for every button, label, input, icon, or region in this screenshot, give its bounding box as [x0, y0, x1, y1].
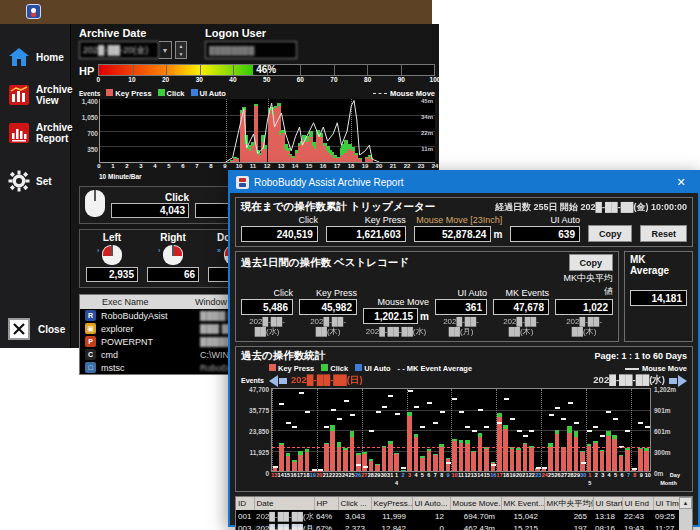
col-header[interactable]: KeyPress...	[371, 497, 412, 510]
prev-page-arrow[interactable]	[269, 375, 287, 387]
mouse-move-marker	[350, 414, 355, 416]
close-app-button[interactable]: Close	[8, 318, 65, 340]
day-tick: 19	[509, 472, 515, 478]
daily-bar-day-4	[414, 389, 419, 471]
mouse-move-marker	[574, 422, 579, 424]
daily-bar-day-30	[382, 389, 387, 471]
mouse-move-marker	[446, 462, 451, 464]
table-cell: 15,042	[501, 510, 544, 522]
mouse-move-marker	[363, 466, 368, 468]
sidebar-item-set[interactable]: Set	[0, 162, 70, 200]
col-header[interactable]: Mouse Move...	[450, 497, 501, 510]
mouse-move-marker	[600, 435, 605, 437]
daily-stats-plot-area	[271, 388, 651, 472]
best-record-section: 過去1日間の操作数 ベストレコード Copy Click5,486202█-██…	[235, 251, 619, 342]
mouse-move-marker	[305, 411, 310, 413]
col-header[interactable]: Click ...	[338, 497, 371, 510]
stat-value: 1,022	[555, 299, 613, 315]
mouse-move-marker	[369, 430, 374, 432]
table-cell: 0	[412, 522, 450, 530]
mouse-button-stat-left: Left›2,935	[86, 232, 138, 282]
trip-meter-title: 現在までの操作数累計 トリップメーター	[241, 200, 435, 214]
col-header[interactable]: UI End	[622, 497, 653, 510]
back-window-titlebar[interactable]	[0, 0, 432, 24]
day-tick: 3	[601, 472, 604, 478]
day-tick: 22	[529, 472, 535, 478]
mouse-move-marker	[414, 406, 419, 408]
day-tick: 26	[555, 472, 561, 478]
day-tick: 14	[477, 472, 483, 478]
stat-click: Click240,519	[241, 215, 318, 242]
sidebar-item-archive-view[interactable]: Archive View	[0, 76, 70, 114]
col-header[interactable]: UI Auto...	[412, 497, 450, 510]
daily-bar-day-21	[324, 389, 329, 471]
stat-click: Click5,486202█-██-██(水)	[241, 288, 293, 337]
sidebar-label-archive-view: Archive View	[36, 84, 73, 106]
table-scrollbar[interactable]: ▲ ▼	[679, 497, 692, 530]
sidebar-item-home[interactable]: Home	[0, 38, 70, 76]
trip-copy-button[interactable]: Copy	[588, 225, 633, 242]
col-header[interactable]: Date	[254, 497, 314, 510]
report-titlebar[interactable]: RoboBuddy Assist Archive Report ✕	[230, 172, 698, 193]
day-tick: 22	[329, 472, 335, 478]
day-tick: 20	[316, 472, 322, 478]
table-cell: 3,043	[338, 510, 371, 522]
sidebar-item-archive-report[interactable]: Archive Report	[0, 114, 70, 152]
mouse-move-marker	[408, 390, 413, 392]
table-row[interactable]: 001202█-██-██(水)64%3,04311,99912694.70m1…	[236, 510, 679, 522]
exec-name: mstsc	[101, 363, 200, 373]
col-header[interactable]: UI Start	[593, 497, 622, 510]
stat-key-press: Key Press45,982202█-██-██(木)	[299, 288, 357, 337]
logon-user-label: Logon User	[205, 27, 297, 39]
table-cell: 64%	[314, 510, 338, 522]
daily-bar-day-10	[644, 389, 649, 471]
month-tick: 4	[395, 480, 398, 486]
col-header[interactable]: ID	[236, 497, 254, 510]
stat-value: 1,621,603	[326, 226, 406, 242]
scroll-up-icon[interactable]: ▲	[679, 497, 692, 509]
mouse-move-marker	[356, 464, 361, 466]
table-row[interactable]: 003202█-██-██(月)67%2,37312,8420462.43m15…	[236, 522, 679, 530]
mouse-move-marker	[388, 395, 393, 397]
chevron-down-icon[interactable]: ▼	[159, 41, 172, 59]
archive-date-select[interactable]: 202█-██-20(金)	[79, 41, 159, 59]
mouse-move-marker	[452, 398, 457, 400]
col-header[interactable]: MK Event...	[501, 497, 544, 510]
daily-bar-day-23	[535, 389, 540, 471]
archive-date-stepper[interactable]: ▲▼	[175, 41, 187, 59]
daily-bar-day-28	[567, 389, 572, 471]
day-tick: 6	[620, 472, 623, 478]
hp-gauge: HP 46% 0102030405060708090100	[79, 64, 435, 85]
mouse-move-marker	[318, 469, 323, 471]
stat-value: 639	[510, 226, 580, 242]
daily-bar-day-3	[407, 389, 412, 471]
col-header[interactable]: MK中央平均値	[544, 497, 593, 510]
daily-bar-day-31	[388, 389, 393, 471]
day-tick: 5	[421, 472, 424, 478]
mouse-move-marker	[504, 398, 509, 400]
day-tick: 8	[633, 472, 636, 478]
daily-bar-day-27	[362, 389, 367, 471]
day-tick: 30	[580, 472, 586, 478]
mouse-move-marker	[292, 426, 297, 428]
mouse-move-marker	[568, 402, 573, 404]
mouse-move-marker	[638, 422, 643, 424]
col-header[interactable]: UI Time	[653, 497, 679, 510]
day-tick: 18	[503, 472, 509, 478]
day-tick: 11	[458, 472, 464, 478]
day-tick: 1	[588, 472, 591, 478]
mouse-move-marker	[529, 430, 534, 432]
mouse-move-marker	[497, 422, 502, 424]
mouse-move-marker	[549, 414, 554, 416]
mouse-move-marker	[645, 426, 650, 428]
stat-value: 45,982	[299, 299, 357, 315]
hp-scale: 0102030405060708090100	[98, 76, 435, 85]
report-close-button[interactable]: ✕	[670, 176, 692, 189]
mouse-move-marker	[286, 422, 291, 424]
day-tick: 20	[516, 472, 522, 478]
hp-scale-tick: 30	[196, 76, 203, 83]
day-tick: 4	[414, 472, 417, 478]
col-header[interactable]: HP	[314, 497, 338, 510]
best-copy-button[interactable]: Copy	[569, 254, 614, 271]
trip-reset-button[interactable]: Reset	[640, 225, 687, 242]
